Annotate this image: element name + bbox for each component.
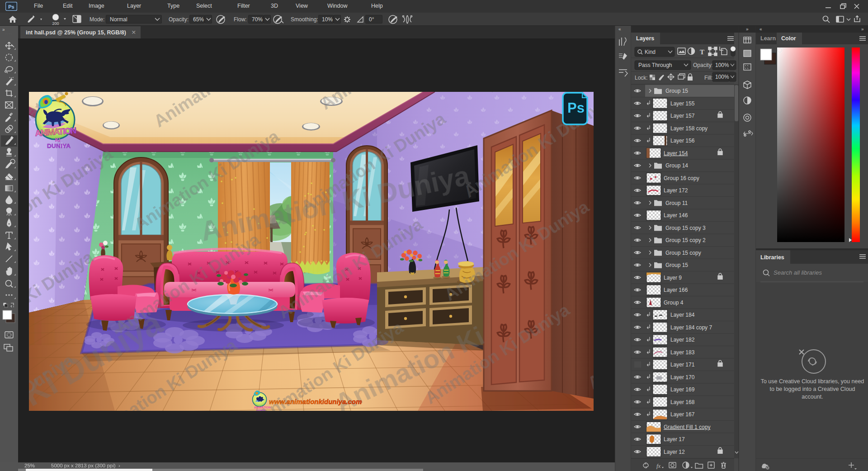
- svg-text:www.animationkiduniya.com: www.animationkiduniya.com: [269, 398, 362, 405]
- svg-text:Group 15 copy 3: Group 15 copy 3: [665, 225, 706, 231]
- svg-text:Layer 157: Layer 157: [670, 113, 695, 119]
- svg-text:Layer 166: Layer 166: [664, 287, 688, 293]
- svg-text:Learn: Learn: [760, 35, 776, 42]
- svg-text:Layer 9: Layer 9: [664, 275, 682, 281]
- svg-text:Layer 167: Layer 167: [670, 411, 695, 418]
- svg-text:100%: 100%: [715, 74, 729, 80]
- svg-text:DUNIYA: DUNIYA: [47, 143, 71, 149]
- svg-text:Layer 182: Layer 182: [670, 337, 695, 343]
- svg-text:Layer 183: Layer 183: [670, 349, 695, 356]
- svg-text:Layer 172: Layer 172: [664, 187, 688, 194]
- svg-text:Layer 169: Layer 169: [670, 386, 695, 393]
- svg-text:Layer 184: Layer 184: [670, 312, 695, 318]
- svg-text:Lock:: Lock:: [635, 75, 648, 81]
- svg-text:Layers: Layers: [636, 35, 654, 42]
- svg-text:Gradient Fill 1 copy: Gradient Fill 1 copy: [664, 424, 710, 430]
- svg-text:Libraries: Libraries: [760, 254, 784, 261]
- svg-text:Layer 156: Layer 156: [670, 138, 695, 144]
- svg-text:100%: 100%: [715, 62, 729, 68]
- svg-text:»: »: [861, 27, 864, 32]
- svg-text:Layer 170: Layer 170: [670, 374, 695, 381]
- svg-text:200: 200: [52, 21, 59, 25]
- svg-text:Group 16 copy: Group 16 copy: [664, 175, 699, 181]
- svg-text:Pass Through: Pass Through: [638, 62, 672, 68]
- svg-text:account.: account.: [802, 394, 823, 400]
- svg-text:Layer 17: Layer 17: [664, 436, 685, 442]
- svg-text:to be logged into a Creative C: to be logged into a Creative Cloud: [769, 386, 855, 392]
- svg-text:Kind: Kind: [645, 49, 656, 55]
- svg-text:Layer 171: Layer 171: [670, 362, 695, 368]
- svg-text:Layer 12: Layer 12: [664, 449, 685, 455]
- svg-text:Layer 146: Layer 146: [664, 212, 688, 219]
- svg-text:fx: fx: [656, 462, 661, 469]
- svg-text:Group 4: Group 4: [664, 300, 684, 306]
- svg-text:Group 14: Group 14: [665, 162, 688, 169]
- svg-text:«: «: [760, 27, 762, 32]
- svg-text:Layer 155: Layer 155: [670, 100, 695, 107]
- svg-text:KI: KI: [55, 137, 61, 143]
- svg-text:Group 15: Group 15: [665, 88, 688, 94]
- svg-text:Layer 158 copy: Layer 158 copy: [670, 125, 708, 132]
- svg-text:Layer 184 copy 7: Layer 184 copy 7: [670, 324, 712, 331]
- svg-text:Fill:: Fill:: [704, 75, 713, 81]
- svg-text:Ps: Ps: [567, 100, 585, 116]
- svg-text:Group 11: Group 11: [665, 200, 688, 206]
- svg-text:»: »: [746, 27, 749, 32]
- svg-text:Group 15 copy 2: Group 15 copy 2: [665, 237, 706, 243]
- svg-text:To use Creative Cloud librarie: To use Creative Cloud libraries, you nee…: [761, 378, 864, 385]
- svg-text:DUNIYA: DUNIYA: [256, 409, 266, 411]
- svg-text:ANIMATION: ANIMATION: [254, 406, 271, 409]
- svg-text:Opacity:: Opacity:: [693, 62, 713, 68]
- svg-text:Search all libraries: Search all libraries: [774, 269, 822, 276]
- svg-text:T: T: [700, 48, 704, 56]
- svg-text:Color: Color: [781, 35, 796, 42]
- svg-text:Group 15: Group 15: [665, 262, 688, 268]
- svg-text:Group 15 copy: Group 15 copy: [665, 250, 701, 256]
- svg-text:«: «: [618, 27, 621, 32]
- svg-text:Layer 168: Layer 168: [670, 399, 695, 405]
- svg-text:Layer 154: Layer 154: [664, 150, 688, 157]
- svg-text:Ps: Ps: [8, 4, 14, 10]
